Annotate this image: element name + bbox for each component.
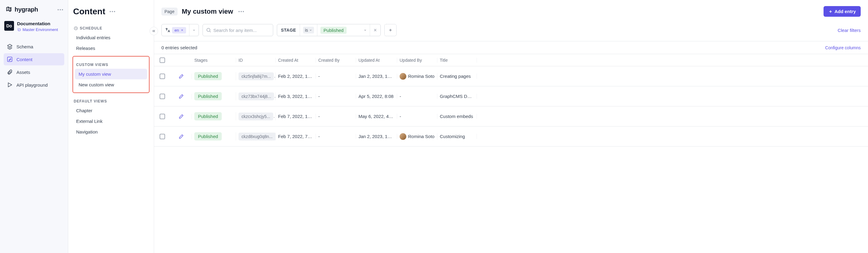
updated-by-name: Romina Soto <box>408 74 435 79</box>
lang-chip[interactable]: en <box>172 27 186 33</box>
id-chip[interactable]: ckzcx3shcjy5... <box>239 112 273 120</box>
id-chip[interactable]: ckz73bx744j8... <box>239 93 274 100</box>
row-checkbox[interactable] <box>160 74 165 79</box>
play-icon <box>7 82 13 88</box>
clock-icon <box>74 26 78 30</box>
col-created-at[interactable]: Created At <box>276 58 316 63</box>
table-header: Stages ID Created At Created By Updated … <box>154 54 868 66</box>
add-filter-button[interactable] <box>384 24 397 36</box>
sidebar-item-releases[interactable]: Releases <box>72 43 150 53</box>
stage-filter[interactable]: STAGE is Published <box>277 24 381 36</box>
search-input[interactable] <box>213 28 265 33</box>
pencil-icon[interactable] <box>179 74 184 79</box>
add-entry-button[interactable]: Add entry <box>824 6 861 17</box>
nav-api-playground[interactable]: API playground <box>4 79 64 91</box>
clear-filters-link[interactable]: Clear filters <box>838 28 861 33</box>
stage-op-chip[interactable]: is <box>303 27 314 33</box>
created-at-cell: Feb 7, 2022, 1:37 P <box>276 114 316 119</box>
col-updated-at[interactable]: Updated At <box>356 58 397 63</box>
table-row[interactable]: Publishedckzd8xug0q8n...Feb 7, 2022, 7:0… <box>154 126 868 147</box>
title-cell: Custom embeds <box>437 114 477 119</box>
title-cell: Customizing <box>437 134 477 139</box>
edit-square-icon <box>7 56 13 62</box>
updated-by-name: Romina Soto <box>408 134 435 139</box>
lang-dropdown[interactable] <box>189 24 198 36</box>
nav-content[interactable]: Content <box>4 53 64 65</box>
updated-at-cell: Apr 5, 2022, 8:08 <box>356 94 397 99</box>
sidebar-item-individual-entries[interactable]: Individual entries <box>72 32 150 43</box>
chevron-down-icon <box>309 29 312 32</box>
id-chip[interactable]: ckzd8xug0q8n... <box>239 133 276 141</box>
title-cell: Creating pages <box>437 74 477 79</box>
filter-bar: en STAGE i <box>154 22 868 41</box>
remove-stage-filter[interactable] <box>370 24 380 36</box>
env-name: Master Environment <box>23 27 58 32</box>
sidebar-item-navigation[interactable]: Navigation <box>72 126 150 137</box>
created-by-cell: - <box>316 114 356 119</box>
plus-icon <box>828 9 833 14</box>
table-row[interactable]: Publishedckzcx3shcjy5...Feb 7, 2022, 1:3… <box>154 106 868 126</box>
entries-table: Stages ID Created At Created By Updated … <box>154 54 868 147</box>
pencil-icon[interactable] <box>179 114 184 119</box>
primary-sidebar: hygraph Do Documentation Master Environm… <box>0 0 68 253</box>
main-header: Page My custom view Add entry <box>154 0 868 22</box>
chevron-down-icon[interactable] <box>364 29 367 32</box>
layers-icon <box>7 43 13 49</box>
language-filter[interactable]: en <box>161 24 199 36</box>
model-chip[interactable]: Page <box>161 8 178 15</box>
nav-assets[interactable]: Assets <box>4 66 64 78</box>
chevron-down-icon <box>192 29 195 32</box>
created-at-cell: Feb 7, 2022, 7:09 P <box>276 134 316 139</box>
content-more-icon[interactable] <box>108 10 116 13</box>
brand-row: hygraph <box>4 6 64 13</box>
sidebar-item-external-link[interactable]: External Link <box>72 116 150 126</box>
updated-by-name: - <box>400 114 401 119</box>
created-at-cell: Feb 2, 2022, 11:35 <box>276 74 316 79</box>
row-checkbox[interactable] <box>160 134 165 139</box>
col-id[interactable]: ID <box>236 58 276 63</box>
created-by-cell: - <box>316 94 356 99</box>
brand-name: hygraph <box>14 6 38 13</box>
collapse-sidebar-button[interactable] <box>150 27 158 35</box>
nav-content-label: Content <box>17 57 33 62</box>
pencil-icon[interactable] <box>179 134 184 139</box>
project-avatar: Do <box>4 21 14 31</box>
stage-badge: Published <box>194 132 222 141</box>
default-views-label: DEFAULT VIEWS <box>72 97 150 105</box>
stage-value-chip[interactable]: Published <box>320 27 347 34</box>
view-more-icon[interactable] <box>237 10 245 13</box>
configure-columns-link[interactable]: Configure columns <box>825 45 861 50</box>
nav-assets-label: Assets <box>17 70 30 75</box>
avatar <box>400 73 406 80</box>
created-by-cell: - <box>316 74 356 79</box>
env-row[interactable]: Master Environment <box>17 27 58 32</box>
stage-badge: Published <box>194 92 222 100</box>
close-icon[interactable] <box>181 29 184 32</box>
row-checkbox[interactable] <box>160 114 165 119</box>
schedule-section-label: SCHEDULE <box>72 24 150 32</box>
col-updated-by[interactable]: Updated By <box>397 58 437 63</box>
search-box[interactable] <box>203 24 273 36</box>
sidebar-item-my-custom-view[interactable]: My custom view <box>75 69 147 79</box>
col-title[interactable]: Title <box>437 58 477 63</box>
col-stages[interactable]: Stages <box>192 58 236 63</box>
project-row[interactable]: Do Documentation Master Environment <box>4 21 64 32</box>
custom-views-highlight: CUSTOM VIEWS My custom view New custom v… <box>72 56 150 93</box>
stage-badge: Published <box>194 112 222 120</box>
sidebar-item-chapter[interactable]: Chapter <box>72 105 150 116</box>
sidebar-item-new-custom-view[interactable]: New custom view <box>75 79 147 90</box>
row-checkbox[interactable] <box>160 94 165 99</box>
table-row[interactable]: Publishedckz5njfa8ij7m...Feb 2, 2022, 11… <box>154 66 868 86</box>
col-created-by[interactable]: Created By <box>316 58 356 63</box>
branch-icon <box>17 28 21 32</box>
updated-at-cell: Jan 2, 2023, 12:23 <box>356 134 397 139</box>
brand-menu-icon[interactable] <box>56 8 64 11</box>
custom-views-label: CUSTOM VIEWS <box>75 61 147 69</box>
id-chip[interactable]: ckz5njfa8ij7m... <box>239 72 274 80</box>
created-at-cell: Feb 3, 2022, 11:45 <box>276 94 316 99</box>
table-row[interactable]: Publishedckz73bx744j8...Feb 3, 2022, 11:… <box>154 86 868 106</box>
nav-schema[interactable]: Schema <box>4 40 64 52</box>
pencil-icon[interactable] <box>179 94 184 99</box>
title-cell: GraphCMS Docs <box>437 94 477 99</box>
select-all-checkbox[interactable] <box>160 58 165 63</box>
